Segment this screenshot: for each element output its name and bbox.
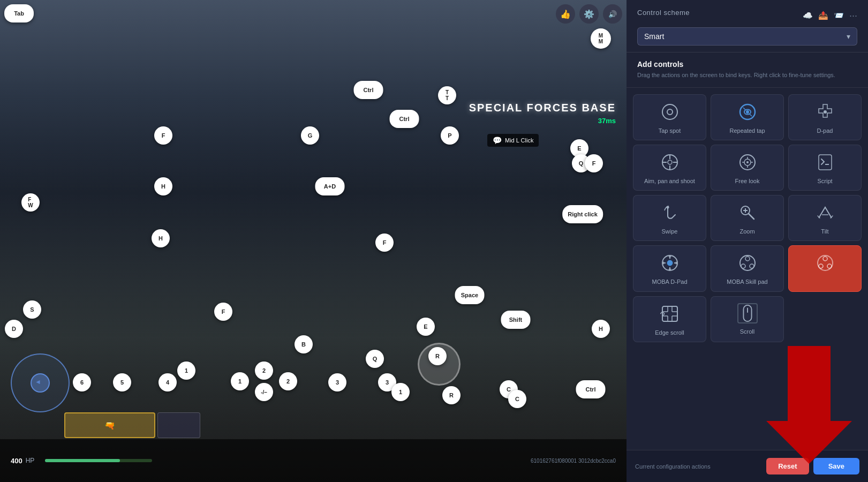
r-key-1[interactable]: R (428, 347, 447, 365)
ping-display: 37ms (598, 117, 616, 125)
control-dpad[interactable]: D-pad (788, 94, 862, 140)
tap-spot-label: Tap spot (659, 127, 681, 134)
f-key-4[interactable]: F (214, 303, 232, 321)
num6-key[interactable]: 6 (73, 373, 91, 391)
upload-icon[interactable]: 📤 (818, 11, 828, 20)
footer-text: Current configuration actions (635, 463, 711, 470)
num1-key-1[interactable]: 1 (177, 362, 195, 380)
scheme-select[interactable]: Smart ▾ (637, 27, 857, 46)
ctrl-key-3[interactable]: Ctrl (576, 380, 606, 398)
control-scroll[interactable]: Scroll (711, 296, 784, 342)
mm-key[interactable]: MM (591, 28, 611, 49)
tab-key[interactable]: Tab (4, 4, 34, 22)
ctrl-key-2[interactable]: Ctrl (390, 110, 419, 128)
tilt-label: Tilt (821, 228, 828, 235)
panel-header-row: Control scheme ☁️ 📤 📨 ⋯ (637, 9, 857, 22)
reset-button[interactable]: Reset (766, 458, 809, 475)
right-panel: Control scheme ☁️ 📤 📨 ⋯ Smart ▾ Add cont… (627, 0, 868, 482)
zoom-label: Zoom (739, 228, 754, 235)
control-swipe[interactable]: Swipe (633, 195, 706, 241)
weapon-slot-2[interactable] (157, 412, 200, 438)
svg-point-13 (746, 161, 749, 163)
ctrl-key-1[interactable]: Ctrl (354, 81, 383, 99)
message-bubble: 💬 Mid L Click (487, 134, 539, 147)
num2-key-2[interactable]: 2 (279, 372, 297, 390)
control-aim[interactable]: Aim, pan and shoot (633, 145, 706, 191)
tap-spot-icon (659, 101, 681, 123)
f-key-3[interactable]: F (375, 234, 394, 252)
hud-top: Tab 👍 ⚙️ 🔊 (0, 0, 627, 28)
svg-rect-32 (743, 305, 751, 321)
control-script[interactable]: Script (788, 145, 862, 191)
hud-icons: 👍 ⚙️ 🔊 (556, 4, 622, 24)
control-edge-scroll[interactable]: Edge scroll (633, 296, 706, 342)
tilt-icon (814, 202, 836, 223)
g-key[interactable]: G (301, 126, 319, 145)
s-key[interactable]: S (23, 300, 41, 319)
header-actions: ☁️ 📤 📨 ⋯ (803, 11, 857, 20)
scheme-label: Smart (644, 32, 664, 41)
svg-point-24 (745, 257, 750, 261)
footer-buttons: Reset Save (766, 458, 859, 475)
ad-key[interactable]: A+D (315, 177, 345, 195)
control-zoom[interactable]: Zoom (711, 195, 784, 241)
num1-key-3[interactable]: 1 (391, 383, 410, 401)
p-key[interactable]: P (441, 126, 459, 145)
num3-key-1[interactable]: 3 (328, 373, 346, 391)
dash-key[interactable]: -/– (255, 383, 273, 401)
control-moba-dpad[interactable]: MOBA D-Pad (633, 245, 706, 291)
svg-point-30 (827, 264, 832, 268)
thumbs-up-icon[interactable]: 👍 (556, 4, 575, 24)
q-key-2[interactable]: Q (366, 350, 384, 368)
right-click-key[interactable]: Right click (562, 205, 603, 223)
num5-key[interactable]: 5 (113, 373, 131, 391)
f-key-2[interactable]: F (585, 154, 603, 172)
chevron-down-icon: ▾ (847, 32, 850, 41)
svg-point-10 (668, 160, 672, 164)
h-key-3[interactable]: H (592, 320, 610, 338)
hp-value: 400 (11, 457, 22, 465)
active-weapon-slot[interactable]: 🔫 (64, 412, 155, 438)
share-icon[interactable]: 📨 (834, 11, 844, 20)
save-button[interactable]: Save (813, 458, 859, 475)
num1-key-2[interactable]: 1 (231, 372, 249, 390)
f-key-1[interactable]: F (154, 126, 172, 145)
b-key[interactable]: B (295, 335, 313, 353)
control-free-look[interactable]: Free look (711, 145, 784, 191)
settings-icon[interactable]: ⚙️ (579, 4, 599, 24)
r-key-2[interactable]: R (442, 386, 461, 404)
moba-dpad-label: MOBA D-Pad (652, 278, 687, 285)
shift-key[interactable]: Shift (501, 311, 531, 329)
control-moba3[interactable] (788, 245, 862, 291)
control-tap-spot[interactable]: Tap spot (633, 94, 706, 140)
add-controls-desc: Drag the actions on the screen to bind k… (637, 71, 857, 80)
scroll-arrow: ◄ (35, 378, 41, 386)
bottom-hud: 400 HP 610162761f080001 3012dcbc2cca0 (0, 439, 627, 482)
add-controls-title: Add controls (637, 60, 857, 69)
controls-grid: Tap spot Repeated tap D-pa (627, 88, 868, 450)
moba-skill-icon (737, 252, 758, 274)
cloud-icon[interactable]: ☁️ (803, 11, 813, 20)
panel-title: Control scheme (637, 9, 690, 17)
control-moba-skill[interactable]: MOBA Skill pad (711, 245, 784, 291)
fw-key[interactable]: FW (21, 193, 40, 212)
c-key-2[interactable]: C (508, 390, 526, 408)
h-key-1[interactable]: H (154, 177, 172, 195)
space-key[interactable]: Space (455, 286, 485, 304)
weapon-slots: 🔫 (64, 412, 200, 438)
control-tilt[interactable]: Tilt (788, 195, 862, 241)
num4-key[interactable]: 4 (158, 373, 177, 391)
h-key-2[interactable]: H (152, 229, 170, 247)
d-key[interactable]: D (5, 320, 23, 338)
message-text: Mid L Click (505, 137, 533, 144)
num2-key-1[interactable]: 2 (255, 362, 273, 380)
e-key-2[interactable]: E (417, 318, 435, 336)
control-repeated-tap[interactable]: Repeated tap (711, 94, 784, 140)
more-icon[interactable]: ⋯ (849, 11, 857, 20)
edge-scroll-label: Edge scroll (655, 329, 684, 336)
game-id: 610162761f080001 3012dcbc2cca0 (531, 458, 616, 464)
svg-point-1 (667, 109, 673, 115)
tt-key[interactable]: TT (438, 86, 456, 104)
hp-bar (45, 459, 152, 462)
volume-icon[interactable]: 🔊 (603, 4, 622, 24)
